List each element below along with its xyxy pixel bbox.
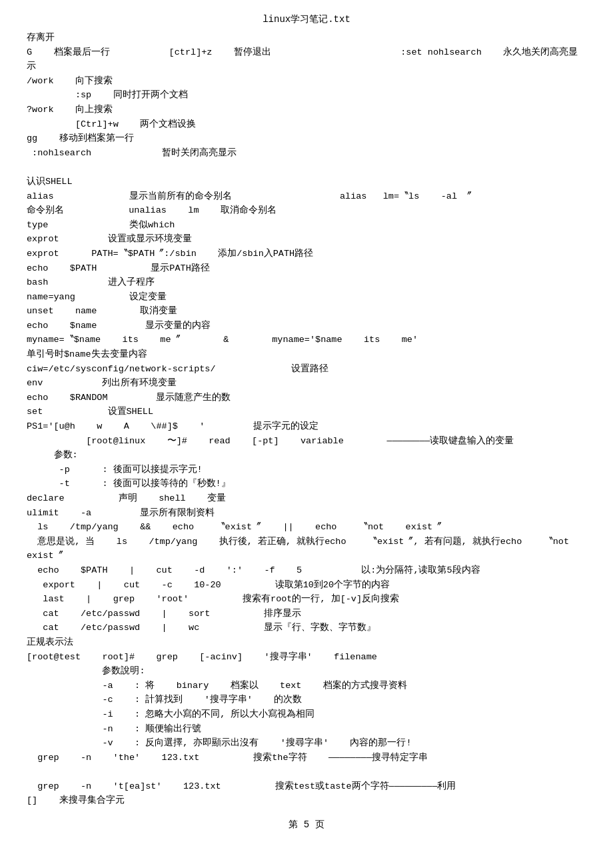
page-footer: 第 5 页 — [27, 819, 586, 831]
page-content: 存离开 G 档案最后一行 [ctrl]+z 暂停退出 :set nohlsear… — [27, 31, 586, 808]
page-title: linux学习笔记.txt — [27, 13, 586, 25]
